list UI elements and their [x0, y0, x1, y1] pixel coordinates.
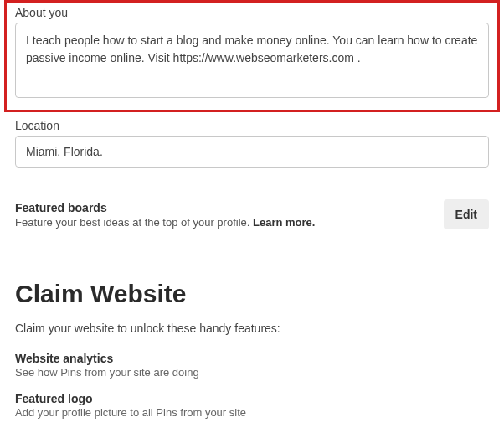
- about-you-section: About you: [4, 0, 500, 112]
- feature-desc: Add your profile picture to all Pins fro…: [15, 406, 489, 419]
- feature-featured-logo: Featured logo Add your profile picture t…: [15, 392, 489, 419]
- featured-boards-section: Featured boards Feature your best ideas …: [0, 199, 504, 229]
- location-label: Location: [15, 119, 489, 132]
- featured-boards-subtitle: Feature your best ideas at the top of yo…: [15, 216, 444, 229]
- feature-website-analytics: Website analytics See how Pins from your…: [15, 352, 489, 379]
- featured-boards-desc: Feature your best ideas at the top of yo…: [15, 216, 253, 229]
- featured-boards-text: Featured boards Feature your best ideas …: [15, 201, 444, 229]
- claim-website-heading: Claim Website: [15, 280, 489, 308]
- featured-boards-title: Featured boards: [15, 201, 444, 214]
- location-input[interactable]: [15, 136, 489, 168]
- feature-desc: See how Pins from your site are doing: [15, 366, 489, 379]
- edit-button[interactable]: Edit: [444, 199, 489, 229]
- feature-title: Website analytics: [15, 352, 489, 365]
- claim-website-section: Claim Website Claim your website to unlo…: [0, 280, 504, 419]
- feature-title: Featured logo: [15, 392, 489, 405]
- about-textarea[interactable]: [15, 23, 489, 98]
- about-label: About you: [15, 6, 489, 19]
- claim-website-desc: Claim your website to unlock these handy…: [15, 322, 489, 335]
- learn-more-link[interactable]: Learn more.: [253, 216, 315, 229]
- location-section: Location: [0, 119, 504, 168]
